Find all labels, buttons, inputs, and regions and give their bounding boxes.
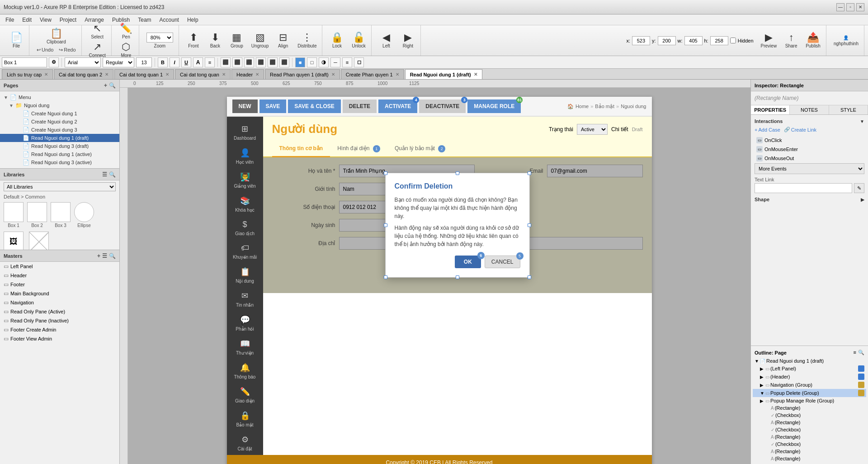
master-footer[interactable]: ▭ Footer: [0, 280, 119, 289]
font-style-select[interactable]: RegularBoldItalic: [103, 57, 134, 67]
nav-bao-mat[interactable]: 🔒 Bảo mật: [227, 407, 263, 431]
toolbar-ungroup-btn[interactable]: ▧ Ungroup: [250, 32, 270, 49]
toolbar-zoom-btn[interactable]: 80%100%50% Zoom: [145, 32, 175, 49]
tab-read-phan[interactable]: Read Phan quyen 1 (draft) ✕: [265, 69, 340, 79]
user-account-button[interactable]: 👤 nghphuthinh: [832, 34, 860, 47]
outline-popup-manage[interactable]: ▶ ▭ Popup Manage Role (Group): [753, 397, 866, 404]
outline-read-nguoi-dung[interactable]: ▼ 📄 Read Nguoi dung 1 (draft): [753, 357, 866, 365]
outline-left-panel[interactable]: ▶ ▭ (Left Panel): [753, 365, 866, 373]
menu-edit[interactable]: Edit: [19, 16, 35, 24]
corner-btn[interactable]: ◻: [354, 57, 364, 67]
create-link-link[interactable]: 🔗 Create Link: [784, 127, 816, 133]
minimize-button[interactable]: —: [836, 3, 844, 11]
tab-header[interactable]: Header ✕: [231, 69, 264, 79]
tab-close-7[interactable]: ✕: [396, 72, 399, 77]
nav-giao-dien[interactable]: ✏️ Giao diện: [227, 383, 263, 407]
undo-button[interactable]: ↩ Undo: [35, 46, 55, 54]
tab-close-6[interactable]: ✕: [331, 72, 335, 77]
breadcrumb-baomật[interactable]: Bảo mật: [595, 104, 614, 109]
coord-y-input[interactable]: [658, 36, 676, 45]
menu-file[interactable]: File: [2, 16, 18, 24]
tab-thong-tin[interactable]: Thông tin cơ bản: [272, 142, 330, 157]
align-left-btn[interactable]: ⬛: [221, 57, 231, 67]
outline-rect-2[interactable]: A (Rectangle): [753, 419, 866, 426]
toolbar-distribute-btn[interactable]: ⋮ Distribute: [296, 32, 318, 49]
toolbar-clipboard-btn[interactable]: 📋 Clipboard: [45, 28, 68, 45]
nav-tin-nhan[interactable]: ✉ Tin nhắn: [227, 287, 263, 311]
outline-search-icon[interactable]: 🔍: [858, 350, 864, 355]
align-center-btn[interactable]: ⬛: [232, 57, 242, 67]
status-select[interactable]: ActiveInactive: [577, 124, 608, 135]
shape-section[interactable]: Shape ▶: [755, 197, 864, 202]
masters-add-icon[interactable]: +: [97, 253, 100, 259]
master-read-active[interactable]: ▭ Read Only Pane (Active): [0, 307, 119, 316]
shadow-btn[interactable]: ◑: [319, 57, 329, 67]
underline-btn[interactable]: U: [181, 57, 191, 67]
event-onmouseenter[interactable]: ▭ OnMouseEnter: [755, 145, 864, 153]
tree-item-nguoi-dung[interactable]: ▼ 📁 Nguoi dung: [0, 101, 119, 109]
tab-lich-su[interactable]: Lich su truy cap ✕: [2, 69, 53, 79]
tab-close-4[interactable]: ✕: [222, 72, 226, 77]
redo-button[interactable]: ↪ Redo: [57, 46, 77, 54]
tab-close-2[interactable]: ✕: [105, 72, 108, 77]
align-right-btn[interactable]: ⬛: [244, 57, 254, 67]
tree-item-read1-active[interactable]: 📄 Read Nguoi dung 1 (active): [0, 150, 119, 158]
border-style-btn[interactable]: ─: [330, 57, 340, 67]
tab-hinh-dai-dien[interactable]: Hình đại diện 1: [330, 142, 387, 157]
lib-box1[interactable]: Box 1: [4, 202, 24, 228]
outline-check-3[interactable]: ✓ (Checkbox): [753, 440, 866, 448]
tab-notes[interactable]: NOTES: [790, 105, 829, 114]
master-navigation[interactable]: ▭ Navigation: [0, 298, 119, 307]
more-events-select[interactable]: More Events: [755, 163, 864, 174]
tab-close-8[interactable]: ✕: [474, 72, 477, 77]
tree-item-create3[interactable]: 📄 Create Nguoi dung 3: [0, 126, 119, 134]
coord-x-input[interactable]: [632, 36, 650, 45]
tab-create-phan[interactable]: Create Phan quyen 1 ✕: [341, 69, 404, 79]
tab-quan-ly-bao-mat[interactable]: Quản lý bảo mật 2: [387, 142, 453, 157]
nav-noi-dung[interactable]: 📋 Nội dung: [227, 263, 263, 287]
toolbar-unlock-btn[interactable]: 🔓 Unlock: [349, 32, 368, 49]
element-settings-btn[interactable]: ⚙: [49, 57, 59, 67]
hidden-checkbox[interactable]: [730, 38, 736, 43]
nav-phan-hoi[interactable]: 💬 Phản hồi: [227, 311, 263, 335]
toolbar-back-btn[interactable]: ⬇ Back: [206, 32, 224, 49]
add-case-link[interactable]: + Add Case: [755, 127, 780, 133]
menu-team[interactable]: Team: [134, 16, 155, 24]
text-link-input[interactable]: [755, 183, 852, 193]
valign-mid-btn[interactable]: ⬛: [279, 57, 289, 67]
outline-popup-delete[interactable]: ▼ ▭ Popup Delete (Group): [753, 389, 866, 397]
coord-h-input[interactable]: [710, 36, 728, 45]
pages-add-icon[interactable]: +: [104, 82, 107, 89]
outline-check-2[interactable]: ✓ (Checkbox): [753, 426, 866, 433]
nav-khoa-hoc[interactable]: 📚 Khóa học: [227, 192, 263, 216]
pages-search-icon[interactable]: 🔍: [109, 82, 116, 89]
dialog-cancel-button[interactable]: CANCEL 5: [485, 256, 520, 268]
font-size-input[interactable]: [136, 57, 152, 67]
toolbar-select-btn[interactable]: ↖ Select: [88, 23, 106, 40]
nav-giao-dich[interactable]: $ Giao dịch: [227, 216, 263, 240]
tab-close-5[interactable]: ✕: [255, 72, 259, 77]
outline-rect-1[interactable]: A (Rectangle): [753, 404, 866, 412]
outline-check-1[interactable]: ✓ (Checkbox): [753, 412, 866, 419]
outline-filter-icon[interactable]: ≡: [854, 350, 856, 355]
toolbar-lock-btn[interactable]: 🔒 Lock: [328, 32, 346, 49]
tab-read-nguoi-active[interactable]: Read Nguoi dung 1 (draft) ✕: [405, 69, 482, 79]
master-footer-create[interactable]: ▭ Footer Create Admin: [0, 325, 119, 334]
breadcrumb-home[interactable]: Home: [576, 104, 589, 109]
nav-hoc-vien[interactable]: 👤 Học viên: [227, 144, 263, 168]
master-left-panel[interactable]: ▭ Left Panel: [0, 262, 119, 271]
element-name-input[interactable]: [2, 57, 47, 67]
master-read-inactive[interactable]: ▭ Read Only Pane (Inactive): [0, 316, 119, 325]
tab-caidat1[interactable]: Cai dat tong quan 1 ✕: [114, 69, 174, 79]
breadcrumb-nguoidung[interactable]: Nguoi dung: [621, 104, 646, 109]
close-button[interactable]: ✕: [856, 3, 864, 11]
list-btn[interactable]: ≡: [205, 57, 215, 67]
toolbar-group-btn[interactable]: ▦ Group: [228, 32, 246, 49]
menu-account[interactable]: Account: [156, 16, 183, 24]
event-onclick[interactable]: ▭ OnClick: [755, 136, 864, 144]
menu-help[interactable]: Help: [184, 16, 202, 24]
font-family-select[interactable]: ArialTimes New Roman: [65, 57, 101, 67]
toolbar-publish-btn[interactable]: 📤 Publish: [804, 32, 822, 49]
line-style-btn[interactable]: ≡: [342, 57, 352, 67]
canvas-scroll[interactable]: NEW SAVE SAVE & CLOSE DELETE ACTIVATE 4 …: [120, 88, 750, 464]
